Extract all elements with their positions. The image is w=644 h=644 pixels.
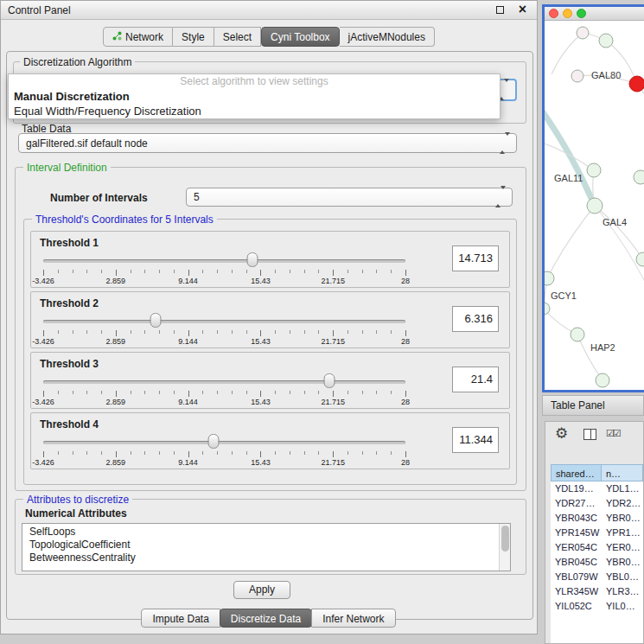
tick-label: 9.144	[178, 337, 198, 346]
threshold-value-field[interactable]: 6.316	[452, 306, 499, 332]
slider-track[interactable]	[43, 259, 405, 263]
slider-thumb[interactable]	[207, 434, 219, 449]
column-header-name[interactable]: n…	[602, 464, 643, 481]
slider-thumb[interactable]	[150, 313, 161, 328]
tick-label: 28	[401, 458, 410, 467]
slider-track[interactable]	[43, 380, 405, 384]
threshold-value-field[interactable]: 21.4	[452, 367, 499, 392]
bottom-tab-impute-data[interactable]: Impute Data	[141, 609, 220, 628]
network-canvas[interactable]: GAL80GAL11GAL4GCY1HAP2	[545, 21, 644, 390]
attributes-scrollbar[interactable]	[499, 524, 510, 571]
table-row[interactable]: YBR045CYBR0…	[551, 555, 643, 570]
tick-label: -3.426	[32, 458, 54, 467]
network-node[interactable]	[587, 163, 601, 177]
close-traffic-light-icon[interactable]	[549, 9, 558, 18]
table-row[interactable]: YDL19…YDL1…	[551, 481, 643, 496]
network-node[interactable]	[577, 27, 589, 39]
tab-label: jActiveMNodules	[348, 31, 425, 43]
table-row[interactable]: YBR043CYBR0…	[551, 511, 643, 526]
network-node[interactable]	[571, 70, 583, 82]
table-data-combobox[interactable]: galFiltered.sif default node	[18, 133, 517, 153]
threshold-slider[interactable]	[43, 379, 405, 386]
tab-network[interactable]: Network	[103, 27, 173, 47]
column-header-shared-name[interactable]: shared…	[551, 464, 602, 481]
cell-shared-name: YBR045C	[551, 555, 602, 570]
table-row[interactable]: YIL052CYIL0…	[551, 599, 643, 614]
threshold-slider[interactable]	[43, 258, 405, 265]
numerical-attributes-label: Numerical Attributes	[25, 507, 127, 520]
restore-icon[interactable]	[496, 6, 504, 14]
threshold-slider[interactable]	[43, 439, 405, 446]
network-edge[interactable]	[545, 107, 595, 206]
attributes-items: SelfLoopsTopologicalCoefficientBetweenne…	[22, 524, 510, 564]
threshold-value-field[interactable]: 11.344	[452, 427, 499, 453]
dropdown-placeholder[interactable]: Select algorithm to view settings	[9, 74, 500, 89]
tick-label: -3.426	[32, 398, 54, 406]
gear-icon[interactable]: ⚙	[555, 424, 568, 443]
slider-tick-labels: -3.4262.8599.14415.4321.71528	[43, 277, 405, 285]
select-columns-icon[interactable]: ☑☑	[606, 428, 620, 439]
table-row[interactable]: YBL079WYBL0…	[551, 570, 643, 584]
columns-icon[interactable]	[583, 429, 596, 440]
network-edge[interactable]	[547, 206, 595, 278]
cell-shared-name: YBR043C	[551, 511, 602, 526]
dropdown-item-manual-discretization[interactable]: Manual Discretization	[9, 89, 500, 104]
network-node[interactable]	[599, 34, 613, 48]
network-node[interactable]	[545, 303, 550, 315]
network-node[interactable]	[596, 373, 609, 387]
network-icon	[112, 31, 122, 43]
network-node[interactable]	[636, 252, 644, 266]
cell-name: YBR0…	[602, 555, 643, 570]
thresholds-group-title: Threshold's Coordinates for 5 Intervals	[32, 214, 217, 226]
network-edge[interactable]	[595, 206, 643, 259]
slider-ticks	[43, 330, 405, 336]
table-row[interactable]: YPR145WYPR1…	[551, 526, 643, 540]
scrollbar-thumb[interactable]	[501, 526, 509, 552]
slider-track[interactable]	[43, 320, 405, 323]
tab-select[interactable]: Select	[214, 27, 261, 47]
slider-tick-labels: -3.4262.8599.14415.4321.71528	[43, 337, 405, 346]
dropdown-item-equal-width-frequency-discretization[interactable]: Equal Width/Frequency Discretization	[9, 104, 500, 118]
tab-jactivemnodules[interactable]: jActiveMNodules	[340, 27, 435, 47]
cell-shared-name: YER054C	[551, 540, 602, 555]
tab-bar: NetworkStyleSelectCyni ToolboxjActiveMNo…	[1, 27, 537, 47]
network-node[interactable]	[587, 198, 603, 214]
network-node[interactable]	[545, 271, 554, 285]
network-edge[interactable]	[577, 335, 603, 380]
bottom-tab-discretize-data[interactable]: Discretize Data	[220, 609, 312, 628]
threshold-value-field[interactable]: 14.713	[452, 245, 499, 271]
attribute-item-selfloops[interactable]: SelfLoops	[22, 526, 510, 539]
number-of-intervals-combobox[interactable]: 5	[186, 188, 513, 207]
slider-thumb[interactable]	[324, 373, 335, 388]
bottom-tab-infer-network[interactable]: Infer Network	[311, 609, 395, 628]
tab-label: Network	[125, 31, 163, 43]
threshold-slider[interactable]	[43, 318, 405, 325]
attribute-item-topologicalcoefficient[interactable]: TopologicalCoefficient	[22, 539, 510, 552]
interval-definition-title: Interval Definition	[23, 162, 111, 174]
cell-shared-name: YIL052C	[551, 599, 602, 614]
table-row[interactable]: YLR345WYLR3…	[551, 584, 643, 599]
minimize-traffic-light-icon[interactable]	[563, 9, 572, 18]
threshold-label: Threshold 2	[40, 297, 99, 309]
close-icon[interactable]: ×	[519, 2, 526, 17]
slider-tick-labels: -3.4262.8599.14415.4321.71528	[43, 398, 405, 406]
network-node[interactable]	[634, 170, 644, 184]
tick-label: 15.43	[251, 398, 271, 406]
attribute-item-betweennesscentrality[interactable]: BetweennessCentrality	[22, 552, 510, 564]
network-node[interactable]	[571, 328, 584, 341]
slider-thumb[interactable]	[246, 252, 258, 267]
table-panel: ⚙ ☑☑ shared… n… YDL19…YDL1…YDR27…YDR2…YB…	[545, 421, 644, 644]
tick-label: 21.715	[321, 458, 345, 467]
table-row[interactable]: YER054CYER0…	[551, 540, 643, 555]
network-node[interactable]	[629, 76, 644, 92]
tab-cyni-toolbox[interactable]: Cyni Toolbox	[261, 27, 339, 47]
tick-label: 15.43	[251, 337, 271, 346]
network-edge[interactable]	[552, 33, 583, 74]
table-row[interactable]: YDR27…YDR2…	[551, 496, 643, 511]
slider-track[interactable]	[43, 441, 405, 444]
tick-label: 2.859	[106, 458, 126, 467]
zoom-traffic-light-icon[interactable]	[577, 9, 586, 18]
cell-shared-name: YBL079W	[551, 570, 602, 584]
apply-button[interactable]: Apply	[233, 581, 290, 599]
tab-style[interactable]: Style	[173, 27, 214, 47]
